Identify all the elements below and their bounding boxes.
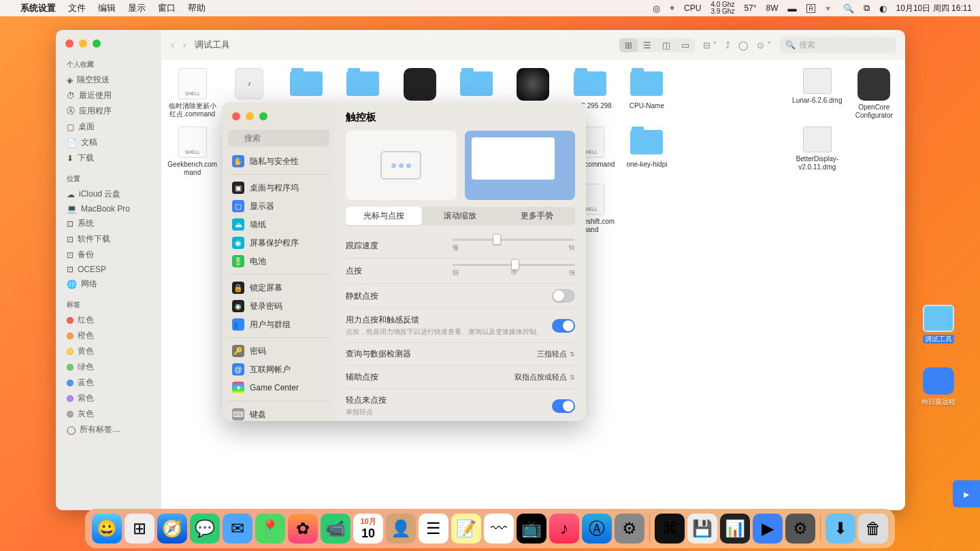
- desktop-app-sunlogin[interactable]: 向日葵远程: [917, 367, 960, 407]
- dock-maps-icon[interactable]: 📍: [255, 514, 285, 544]
- dock-finder-icon[interactable]: 😀: [92, 514, 122, 544]
- tag-grey[interactable]: 灰色: [56, 406, 161, 422]
- dock-calendar-icon[interactable]: 10月10: [353, 514, 383, 544]
- sidebar-item-dock[interactable]: ▣桌面与程序坞: [228, 179, 329, 197]
- share-icon[interactable]: ⤴: [725, 40, 730, 50]
- sidebar-item-documents[interactable]: 📄 文稿: [56, 135, 161, 150]
- menu-help[interactable]: 帮助: [188, 2, 206, 14]
- sidebar-item-software[interactable]: ⊡ 软件下载: [56, 231, 161, 247]
- file-item[interactable]: one-key-hidpi: [620, 127, 674, 177]
- group-menu-icon[interactable]: ⊟ ˅: [703, 40, 718, 50]
- file-item[interactable]: CPU-Name: [620, 68, 674, 120]
- file-item[interactable]: SHELL临时清除更新小红点.command: [165, 68, 219, 120]
- tap-click-switch[interactable]: [552, 399, 575, 413]
- tag-orange[interactable]: 橙色: [56, 328, 161, 344]
- dock-reminders-icon[interactable]: ☰: [419, 514, 448, 544]
- click-slider[interactable]: 弱中强: [453, 264, 575, 278]
- lookup-popup[interactable]: 三指轻点⇅: [537, 349, 575, 359]
- force-click-switch[interactable]: [552, 319, 575, 333]
- dock-diskutil-icon[interactable]: 💾: [687, 514, 717, 544]
- sidebar-all-tags[interactable]: ◯ 所有标签…: [56, 422, 161, 437]
- cursor-icon[interactable]: ⌖: [670, 3, 674, 14]
- sidebar-item-applications[interactable]: Ⓐ 应用程序: [56, 103, 161, 119]
- battery-icon[interactable]: ▬: [788, 3, 797, 14]
- dock-activity-icon[interactable]: 📊: [720, 514, 750, 544]
- sidebar-item-lockscreen[interactable]: 🔒锁定屏幕: [228, 279, 329, 297]
- tab-scroll-zoom[interactable]: 滚动缩放: [422, 207, 498, 225]
- dock-messages-icon[interactable]: 💬: [190, 514, 220, 544]
- tracking-speed-slider[interactable]: 慢快: [453, 239, 575, 252]
- secondary-click-popup[interactable]: 双指点按或轻点⇅: [514, 372, 575, 382]
- sidebar-item-users[interactable]: 👥用户与群组: [228, 316, 329, 333]
- dock-safari-icon[interactable]: 🧭: [157, 514, 187, 544]
- sidebar-item-desktop[interactable]: ▢ 桌面: [56, 119, 161, 135]
- dock-trash-icon[interactable]: 🗑: [858, 514, 888, 544]
- view-columns-icon[interactable]: ◫: [657, 38, 676, 52]
- app-menu-title[interactable]: 系统设置: [20, 2, 56, 14]
- dock-photos-icon[interactable]: ✿: [288, 514, 318, 544]
- dock-appstore-icon[interactable]: Ⓐ: [582, 514, 612, 544]
- sidebar-item-network[interactable]: 🌐 网络: [56, 276, 161, 292]
- dock-music-icon[interactable]: ♪: [549, 514, 579, 544]
- view-gallery-icon[interactable]: ▭: [676, 38, 695, 52]
- minimize-button[interactable]: [79, 39, 87, 48]
- tab-point-click[interactable]: 光标与点按: [346, 207, 422, 225]
- tag-yellow[interactable]: 黄色: [56, 344, 161, 359]
- input-source-icon[interactable]: 🄰: [806, 3, 815, 14]
- wifi-icon[interactable]: ᯤ: [825, 3, 834, 14]
- sidebar-item-keyboard[interactable]: ⌨键盘: [228, 405, 329, 421]
- dock-downloads-icon[interactable]: ⬇: [826, 514, 855, 544]
- dock-tv-icon[interactable]: 📺: [517, 514, 546, 544]
- sidebar-item-displays[interactable]: ▢显示器: [228, 197, 329, 215]
- tag-icon[interactable]: ◯: [738, 40, 749, 50]
- menu-view[interactable]: 显示: [128, 2, 146, 14]
- tag-green[interactable]: 绿色: [56, 359, 161, 375]
- sidebar-item-internet[interactable]: @互联网帐户: [228, 361, 329, 378]
- dock-freeform-icon[interactable]: 〰: [484, 514, 514, 544]
- settings-search[interactable]: [228, 130, 329, 146]
- sidebar-item-icloud[interactable]: ☁ iCloud 云盘: [56, 186, 161, 202]
- close-button[interactable]: [65, 39, 74, 48]
- view-icons-icon[interactable]: ⊞: [619, 38, 638, 52]
- sidebar-item-backup[interactable]: ⊡ 备份: [56, 247, 161, 263]
- control-center-icon[interactable]: ⧉: [864, 3, 870, 14]
- menu-window[interactable]: 窗口: [158, 2, 176, 14]
- sidebar-item-system[interactable]: ⊡ 系统: [56, 216, 161, 231]
- tag-blue[interactable]: 蓝色: [56, 375, 161, 390]
- sidebar-item-wallpaper[interactable]: ⛰墙纸: [228, 216, 329, 233]
- spotlight-icon[interactable]: 🔍: [843, 3, 854, 14]
- stats-icon[interactable]: ◎: [653, 3, 660, 14]
- sidebar-item-battery[interactable]: 🔋电池: [228, 252, 329, 270]
- file-item[interactable]: SHELLGeekbench.command: [165, 127, 219, 177]
- sidebar-item-password[interactable]: ◉登录密码: [228, 297, 329, 315]
- date-time[interactable]: 10月10日 周四 16:11: [896, 3, 972, 14]
- dock-monitor-icon[interactable]: ⚙: [785, 514, 815, 544]
- nav-forward-icon[interactable]: ›: [182, 39, 186, 51]
- sidebar-item-screensaver[interactable]: ◉屏幕保护程序: [228, 234, 329, 252]
- zoom-button[interactable]: [259, 112, 267, 120]
- silent-click-switch[interactable]: [552, 289, 575, 303]
- sidebar-item-recents[interactable]: ⏱ 最近使用: [56, 88, 161, 103]
- sidebar-item-passwords[interactable]: 🔑密码: [228, 342, 329, 360]
- file-item[interactable]: OpenCore Configurator: [847, 68, 901, 120]
- dock-settings-icon[interactable]: ⚙: [615, 514, 644, 544]
- desktop-folder-debug[interactable]: 调试工具: [917, 305, 960, 344]
- view-control[interactable]: ⊞ ☰ ◫ ▭: [619, 38, 695, 52]
- dock-mail-icon[interactable]: ✉: [223, 514, 252, 544]
- file-item[interactable]: Lunar-6.2.6.dmg: [790, 68, 844, 120]
- dock-contacts-icon[interactable]: 👤: [386, 514, 416, 544]
- tab-more-gestures[interactable]: 更多手势: [499, 207, 575, 225]
- sidebar-item-privacy[interactable]: ✋隐私与安全性: [228, 152, 329, 170]
- sidebar-item-ocesp[interactable]: ⊡ OCESP: [56, 263, 161, 276]
- sidebar-item-downloads[interactable]: ⬇ 下载: [56, 150, 161, 166]
- nav-back-icon[interactable]: ‹: [171, 39, 174, 51]
- minimize-button[interactable]: [246, 112, 254, 120]
- dock-todesk-icon[interactable]: ▶: [753, 514, 783, 544]
- menu-file[interactable]: 文件: [68, 2, 86, 14]
- dock-notes-icon[interactable]: 📝: [451, 514, 481, 544]
- dock-facetime-icon[interactable]: 📹: [321, 514, 350, 544]
- menu-edit[interactable]: 编辑: [98, 2, 116, 14]
- tag-red[interactable]: 红色: [56, 312, 161, 328]
- file-item[interactable]: BetterDisplay-v2.0.11.dmg: [790, 127, 844, 177]
- sidebar-item-macbook[interactable]: 💻 MacBook Pro: [56, 202, 161, 216]
